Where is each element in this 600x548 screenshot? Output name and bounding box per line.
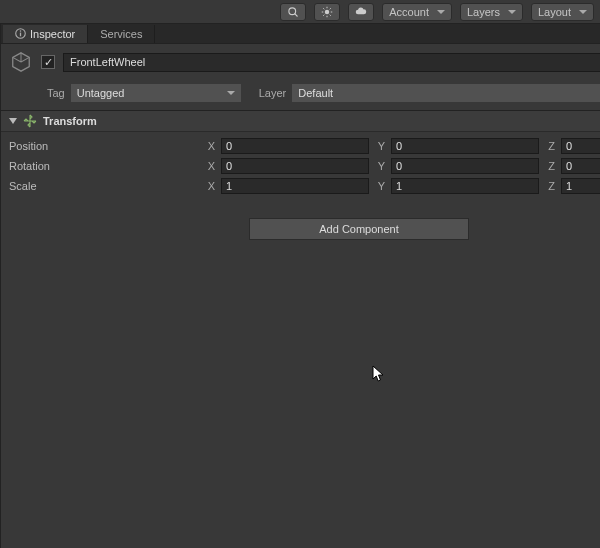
inspector-panel: Inspector Services ✓ Static Tag Untagged	[1, 24, 600, 548]
position-label: Position	[9, 140, 199, 152]
rotation-z-input[interactable]	[561, 158, 600, 174]
chevron-down-icon	[579, 10, 587, 14]
layout-label: Layout	[538, 6, 571, 18]
svg-line-1	[295, 13, 298, 16]
search-icon	[287, 6, 299, 18]
inspector-tabs: Inspector Services	[1, 24, 600, 44]
tab-services-label: Services	[100, 28, 142, 40]
scene-lighting-button[interactable]	[314, 3, 340, 21]
chevron-down-icon	[508, 10, 516, 14]
account-dropdown[interactable]: Account	[382, 3, 452, 21]
rotation-label: Rotation	[9, 160, 199, 172]
cloud-button[interactable]	[348, 3, 374, 21]
car-wheel	[0, 436, 1, 506]
chevron-down-icon	[437, 10, 445, 14]
layer-label: Layer	[259, 87, 287, 99]
tag-layer-row: Tag Untagged Layer Default	[1, 80, 600, 110]
rotation-y-input[interactable]	[391, 158, 539, 174]
tag-label: Tag	[47, 87, 65, 99]
position-row: Position X Y Z	[9, 136, 600, 156]
transform-header[interactable]: Transform ?	[1, 110, 600, 132]
transform-icon	[23, 114, 37, 128]
scale-row: Scale X Y Z	[9, 176, 600, 196]
account-label: Account	[389, 6, 429, 18]
tag-dropdown[interactable]: Untagged	[71, 84, 241, 102]
transform-properties: Position X Y Z Rotation X Y Z Scale X	[1, 132, 600, 200]
scale-y-input[interactable]	[391, 178, 539, 194]
tab-services[interactable]: Services	[88, 25, 155, 43]
tab-inspector-label: Inspector	[30, 28, 75, 40]
svg-line-7	[323, 8, 324, 9]
rotation-x-input[interactable]	[221, 158, 369, 174]
cloud-icon	[355, 6, 367, 18]
scale-label: Scale	[9, 180, 199, 192]
enabled-checkbox[interactable]: ✓	[41, 55, 55, 69]
top-toolbar: Account Layers Layout	[0, 0, 600, 24]
svg-line-8	[330, 14, 331, 15]
info-icon	[15, 28, 26, 41]
add-component-button[interactable]: Add Component	[249, 218, 469, 240]
layer-dropdown[interactable]: Default	[292, 84, 600, 102]
tab-inspector[interactable]: Inspector	[3, 25, 88, 43]
object-name-input[interactable]	[63, 53, 600, 72]
chevron-down-icon	[227, 91, 235, 95]
foldout-icon[interactable]	[9, 118, 17, 124]
gameobject-header: ✓ Static	[1, 44, 600, 80]
svg-rect-17	[20, 30, 21, 31]
gameobject-icon[interactable]	[9, 50, 33, 74]
sun-icon	[321, 6, 333, 18]
car-body	[0, 318, 1, 488]
layers-label: Layers	[467, 6, 500, 18]
scene-view[interactable]: y x z Persp	[0, 24, 1, 548]
svg-point-2	[325, 9, 330, 14]
svg-rect-16	[20, 32, 21, 36]
transform-title: Transform	[43, 115, 97, 127]
rotation-row: Rotation X Y Z	[9, 156, 600, 176]
position-z-input[interactable]	[561, 138, 600, 154]
scale-x-input[interactable]	[221, 178, 369, 194]
search-button[interactable]	[280, 3, 306, 21]
layers-dropdown[interactable]: Layers	[460, 3, 523, 21]
svg-line-9	[323, 14, 324, 15]
position-x-input[interactable]	[221, 138, 369, 154]
scale-z-input[interactable]	[561, 178, 600, 194]
svg-point-0	[289, 7, 296, 14]
layout-dropdown[interactable]: Layout	[531, 3, 594, 21]
car-taillight	[0, 308, 1, 338]
car-window	[0, 268, 1, 318]
svg-line-10	[330, 8, 331, 9]
position-y-input[interactable]	[391, 138, 539, 154]
